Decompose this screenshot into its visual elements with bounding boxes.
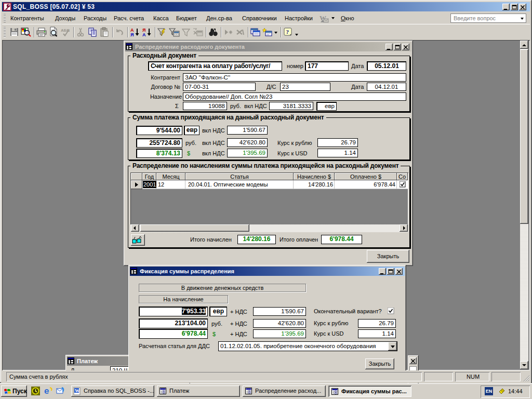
svg-text:W: W [75,388,79,393]
svg-text:А: А [142,32,146,37]
svg-text:Я: Я [130,32,134,37]
svg-text:?: ? [286,29,289,35]
svg-text:e: e [44,386,49,396]
